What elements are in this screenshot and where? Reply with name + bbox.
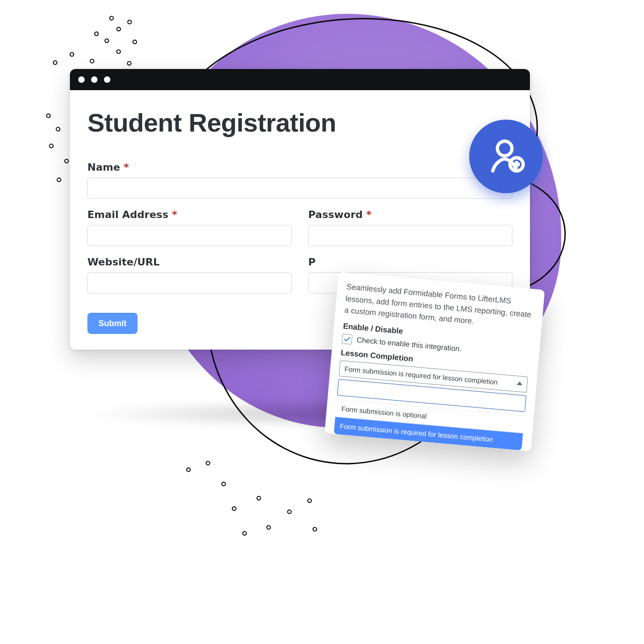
svg-point-23 (288, 510, 292, 514)
svg-point-17 (186, 468, 190, 472)
page-title: Student Registration (87, 108, 512, 138)
password-field[interactable] (308, 225, 512, 246)
svg-point-9 (116, 50, 121, 54)
svg-point-7 (132, 40, 137, 44)
email-field[interactable] (87, 225, 292, 246)
window-dot-icon (91, 76, 98, 83)
svg-point-22 (266, 525, 270, 529)
label-text: P (308, 256, 316, 268)
svg-point-4 (104, 39, 109, 43)
check-icon (343, 335, 351, 343)
settings-panel: Seamlessly add Formidable Forms to Lifte… (325, 272, 545, 451)
required-marker: * (366, 209, 372, 220)
user-plus-icon (485, 135, 527, 178)
svg-point-15 (65, 159, 69, 163)
name-label: Name * (87, 161, 512, 173)
window-dot-icon (104, 76, 110, 83)
svg-point-20 (232, 506, 236, 511)
svg-point-1 (70, 52, 74, 57)
window-titlebar (70, 69, 530, 90)
svg-point-21 (257, 496, 261, 500)
svg-point-25 (313, 527, 317, 531)
svg-point-0 (53, 60, 57, 64)
svg-point-24 (307, 499, 311, 503)
label-text: Website/URL (87, 256, 160, 268)
caret-up-icon (517, 381, 523, 385)
svg-point-16 (57, 178, 61, 182)
decor-dots (160, 449, 337, 563)
svg-point-12 (46, 114, 50, 117)
svg-point-3 (90, 59, 94, 63)
svg-point-26 (242, 531, 247, 535)
website-label: Website/URL (87, 256, 292, 268)
label-text: Password (308, 209, 363, 220)
svg-point-27 (497, 141, 512, 156)
enable-integration-checkbox[interactable] (342, 334, 353, 345)
svg-point-5 (116, 27, 121, 31)
required-marker: * (124, 161, 129, 173)
svg-point-14 (49, 144, 53, 148)
svg-point-11 (127, 61, 131, 65)
name-field[interactable] (87, 178, 512, 199)
email-label: Email Address * (87, 209, 292, 220)
svg-point-8 (109, 16, 114, 20)
svg-point-19 (222, 482, 226, 486)
password-label: Password * (308, 209, 512, 220)
svg-point-10 (94, 32, 98, 36)
label-text: Name (87, 161, 120, 173)
window-dot-icon (78, 76, 85, 83)
user-plus-badge (469, 120, 543, 193)
svg-point-6 (127, 20, 132, 24)
website-field[interactable] (87, 272, 292, 293)
label-text: Email Address (87, 209, 168, 220)
phone-label: P (308, 256, 512, 268)
svg-point-18 (206, 461, 210, 465)
submit-button[interactable]: Submit (87, 313, 138, 334)
svg-point-13 (56, 127, 60, 131)
required-marker: * (172, 209, 178, 220)
